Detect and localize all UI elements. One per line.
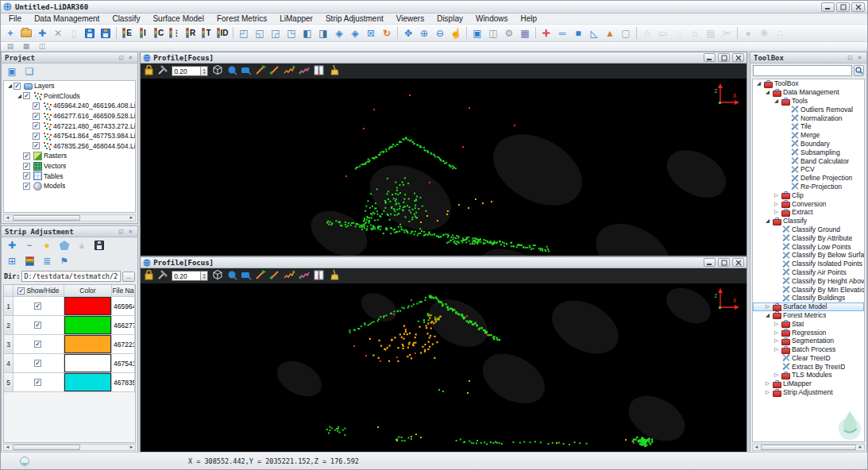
color-swatch[interactable] [64,297,111,315]
pan-button[interactable]: ☝ [448,25,464,41]
measure-distance-button[interactable]: ═ [554,25,570,41]
open-file-button[interactable] [18,25,34,41]
color-swatch[interactable] [64,373,111,391]
checkbox[interactable]: ✓ [23,152,30,160]
color-swatch[interactable] [64,316,111,334]
profile-canvas-1[interactable] [141,79,746,256]
viewer-list-button[interactable]: ◫ [485,25,501,41]
menu-help[interactable]: Help [515,13,544,25]
tree-item-conversion[interactable]: ▷Conversion [753,199,864,208]
checkbox[interactable]: ✓ [33,122,40,129]
show-hide-cell[interactable]: ✓ [14,373,64,392]
view-front-button[interactable]: ◧ [299,25,315,41]
tree-item-outliers-removal[interactable]: Outliers Removal [753,105,864,114]
color-swatch[interactable] [64,354,111,372]
collapsed-expander-icon[interactable]: ▷ [764,380,771,387]
collapsed-expander-icon[interactable]: ▷ [773,346,780,352]
tree-item-classify-ground[interactable]: Classify Ground [753,225,864,234]
float-panel-icon[interactable]: ◱ [118,54,125,61]
scroll-thumb[interactable] [13,445,80,450]
checkbox[interactable]: ✓ [23,92,30,99]
tree-item-tools[interactable]: ◢Tools [753,97,864,106]
show-hide-cell[interactable]: ✓ [14,297,64,316]
tree-item-layers[interactable]: ◢✓Layers [4,81,135,91]
column-header-show-hide[interactable]: ✓Show/Hide [14,285,64,297]
column-header-num[interactable] [4,285,14,297]
view-right-button[interactable]: ◳ [284,25,299,41]
pick-tool-button[interactable] [157,64,168,79]
checkbox[interactable]: ✓ [23,183,30,190]
front-pouch-button[interactable]: ◈ [331,25,347,41]
color-cell[interactable] [64,297,112,316]
split-view-button[interactable] [314,269,325,283]
menu-windows[interactable]: Windows [469,13,515,25]
zoom-circle-button[interactable] [227,269,237,283]
tree-item-regression[interactable]: ▷Regression [753,328,864,337]
tree-item-limapper[interactable]: ▷LiMapper [753,379,864,388]
rotate-view-button[interactable]: ↻ [379,25,395,41]
viewport-maximize-button[interactable] [718,53,730,62]
row-checkbox[interactable]: ✓ [34,341,41,348]
lock-button[interactable] [144,269,154,283]
show-hide-cell[interactable]: ✓ [14,335,64,354]
menu-viewers[interactable]: Viewers [390,13,430,25]
viewport-close-button[interactable] [732,53,744,62]
full-extent-button[interactable]: ⊠ [363,25,379,41]
display-by-time-button[interactable]: T [199,25,214,41]
capture-view-button[interactable]: ▣ [469,25,485,41]
tree-item-classify-low-points[interactable]: Classify Low Points [753,242,864,251]
step-down-button[interactable] [299,269,311,283]
display-by-elevation-button[interactable]: E [119,25,135,41]
scroll-left-icon[interactable]: ◄ [4,215,11,221]
column-header-color[interactable]: Color [64,285,112,297]
row-checkbox[interactable]: ✓ [34,302,41,310]
remove-data-button[interactable]: ✕ [50,25,66,41]
scale-input[interactable] [172,67,200,75]
crosshair-button[interactable]: ✛ [538,25,554,41]
show-hide-cell[interactable]: ✓ [14,354,64,373]
zoom-in-button[interactable]: ⊕ [416,25,432,41]
tree-item-467835-256-468044-504-lidata[interactable]: ✓467835.256_468044.504.LiData [4,141,135,152]
checkbox[interactable]: ✓ [33,102,40,110]
clear-broom-button[interactable] [328,269,339,283]
tree-item-classify-by-attribute[interactable]: Classify By Attribute [753,233,864,242]
tree-item-stat[interactable]: ▷Stat [753,319,864,328]
tree-item-tls-modules[interactable]: ▷TLS Modules [753,371,864,379]
tree-item-classify-air-points[interactable]: Classify Air Points [753,268,864,277]
view-left-button[interactable]: ◲ [268,25,284,41]
view-top-button[interactable]: ◰ [236,25,252,41]
display-by-return-button[interactable]: R [183,25,199,41]
zoom-extent-button[interactable]: ✥ [400,25,416,41]
scroll-thumb[interactable] [761,445,856,450]
tree-item-vectors[interactable]: ✓Vectors [4,161,135,171]
row-checkbox[interactable]: ✓ [34,379,41,386]
menu-classify[interactable]: Classify [106,13,146,25]
measure-area-button[interactable]: ■ [570,25,586,41]
step-up-button[interactable] [284,64,295,79]
show-hide-cell[interactable]: ✓ [14,316,64,335]
tree-item-subsampling[interactable]: Subsampling [753,148,864,156]
measure-height-button[interactable]: ▲ [602,25,618,41]
strip-export-button[interactable] [92,239,106,252]
strip-report-button[interactable]: ⚑ [57,255,71,268]
menu-data-management[interactable]: Data Management [28,13,106,25]
float-panel-icon[interactable]: ◱ [847,54,854,61]
lock-button[interactable] [144,64,154,79]
pick-tool-button[interactable] [157,269,168,283]
viewport-minimize-button[interactable] [704,258,716,267]
tree-item-merge[interactable]: Merge [753,131,864,140]
dir-input[interactable] [21,271,121,282]
profile-canvas-2[interactable] [141,283,746,453]
profile-up-button[interactable] [255,269,266,283]
step-up-button[interactable] [284,269,295,283]
clear-broom-button[interactable] [328,64,339,79]
row-checkbox[interactable]: ✓ [34,360,41,367]
tree-item-clip[interactable]: ▷Clip [753,191,864,199]
tree-item-classify-by-height-above-gro[interactable]: Classify By Height Above Gro [753,276,864,285]
collapsed-expander-icon[interactable]: ▷ [773,337,780,344]
collapsed-expander-icon[interactable]: ▷ [773,372,780,378]
menu-surface-model[interactable]: Surface Model [146,13,210,25]
tree-item-467221-480-467433-272-lidata[interactable]: ✓467221.480_467433.272.LiData [4,121,135,131]
strip-remove-button[interactable]: − [22,239,37,252]
menu-strip-adjustment[interactable]: Strip Adjustment [319,13,390,25]
